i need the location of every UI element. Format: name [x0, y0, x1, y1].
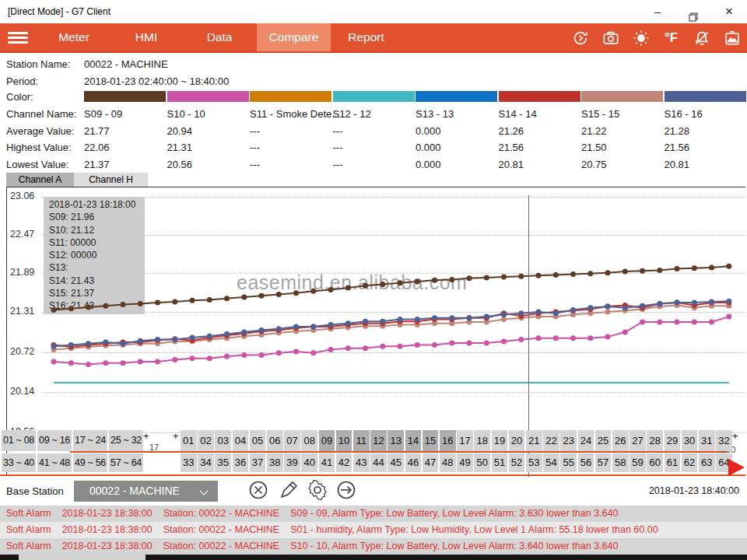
channel-button[interactable]: 04: [233, 430, 249, 451]
channel-group-button[interactable]: 41 ~ 48: [37, 453, 72, 472]
channel-button[interactable]: 53: [526, 453, 542, 472]
channel-button[interactable]: 47: [423, 453, 439, 472]
channel-button[interactable]: 19: [492, 430, 508, 451]
channel-button[interactable]: 22: [543, 430, 559, 451]
channel-button[interactable]: 23: [560, 430, 577, 451]
channel-button[interactable]: 05: [250, 430, 266, 451]
channel-button[interactable]: 52: [509, 453, 525, 472]
horizontal-scrollbar[interactable]: [0, 555, 747, 560]
channel-button[interactable]: 57: [595, 453, 612, 472]
nav-item-data[interactable]: Data: [192, 23, 247, 51]
channel-button[interactable]: 45: [388, 453, 404, 472]
nav-item-hmi[interactable]: HMI: [119, 23, 174, 51]
channel-group-button[interactable]: 57 ~ 64: [109, 453, 143, 472]
maximize-button[interactable]: [675, 0, 711, 23]
expand-plus-button[interactable]: +: [173, 430, 179, 442]
channel-button[interactable]: 17: [457, 430, 473, 451]
channel-button[interactable]: 46: [405, 453, 422, 472]
channel-button[interactable]: 29: [665, 430, 681, 451]
channel-button[interactable]: 01: [181, 430, 197, 451]
channel-button[interactable]: 43: [353, 453, 370, 472]
channel-button[interactable]: 44: [370, 453, 387, 472]
channel-button[interactable]: 35: [215, 453, 231, 472]
snapshot-icon[interactable]: [723, 29, 741, 47]
channel-button[interactable]: 07: [284, 430, 300, 451]
channel-group-button[interactable]: 09 ~ 16: [37, 430, 72, 451]
channel-button[interactable]: 42: [336, 453, 352, 472]
minimize-button[interactable]: –: [640, 0, 675, 23]
edit-pencil-icon[interactable]: [278, 479, 300, 501]
channel-button[interactable]: 25: [595, 430, 612, 451]
channel-button[interactable]: 03: [215, 430, 231, 451]
camera-icon[interactable]: [601, 29, 619, 47]
channel-button[interactable]: 59: [630, 453, 646, 472]
channel-button[interactable]: 16: [440, 430, 456, 451]
base-station-dropdown[interactable]: 00022 - MACHINE: [74, 481, 218, 502]
channel-button[interactable]: 38: [267, 453, 283, 472]
channel-button[interactable]: 60: [647, 453, 663, 472]
channel-button[interactable]: 62: [682, 453, 698, 472]
channel-button[interactable]: 56: [578, 453, 594, 472]
channel-button[interactable]: 10: [336, 430, 352, 451]
channel-button[interactable]: 31: [699, 430, 715, 451]
hamburger-menu-icon[interactable]: [8, 32, 28, 44]
channel-button[interactable]: 54: [543, 453, 559, 472]
channel-button[interactable]: 39: [284, 453, 300, 472]
channel-button[interactable]: 24: [578, 430, 594, 451]
channel-button[interactable]: 55: [560, 453, 577, 472]
channel-button[interactable]: 63: [699, 453, 715, 472]
channel-button[interactable]: 11: [353, 430, 370, 451]
channel-button[interactable]: 61: [665, 453, 681, 472]
channel-button[interactable]: 15: [423, 430, 439, 451]
channel-button[interactable]: 30: [682, 430, 698, 451]
channel-button[interactable]: 32: [716, 430, 732, 451]
expand-plus-button[interactable]: +: [143, 430, 149, 442]
close-button[interactable]: ×: [711, 0, 747, 23]
channel-button[interactable]: 26: [612, 430, 629, 451]
cancel-circle-icon[interactable]: [247, 479, 269, 501]
brightness-icon[interactable]: [632, 29, 650, 47]
channel-button[interactable]: 40: [301, 453, 317, 472]
channel-button[interactable]: 06: [267, 430, 283, 451]
channel-button[interactable]: 12: [370, 430, 387, 451]
channel-group-button[interactable]: 01 ~ 08: [2, 430, 36, 451]
settings-gear-icon[interactable]: [307, 479, 328, 501]
alarm-mute-icon[interactable]: [693, 29, 710, 47]
channel-button[interactable]: 36: [233, 453, 249, 472]
channel-button[interactable]: 13: [388, 430, 404, 451]
nav-item-compare[interactable]: Compare: [257, 23, 331, 51]
channel-button[interactable]: 28: [647, 430, 663, 451]
tab-channel-a[interactable]: Channel A: [6, 173, 74, 187]
channel-group-button[interactable]: 49 ~ 56: [73, 453, 107, 472]
channel-button[interactable]: 49: [457, 453, 473, 472]
channel-button[interactable]: 50: [474, 453, 490, 472]
tab-channel-h[interactable]: Channel H: [74, 173, 148, 187]
nav-item-report[interactable]: Report: [337, 23, 395, 51]
channel-button[interactable]: 48: [440, 453, 456, 472]
channel-group-button[interactable]: 33 ~ 40: [2, 453, 36, 472]
sync-icon[interactable]: [571, 29, 589, 47]
channel-button[interactable]: 37: [250, 453, 266, 472]
channel-button[interactable]: 14: [405, 430, 422, 451]
channel-group-button[interactable]: 17 ~ 24: [73, 430, 107, 451]
channel-button[interactable]: 58: [612, 453, 629, 472]
channel-button[interactable]: 02: [198, 430, 214, 451]
alarm-row[interactable]: Soft Alarm2018-01-23 18:38:00Station: 00…: [0, 506, 747, 522]
channel-button[interactable]: 08: [301, 430, 317, 451]
alarm-row[interactable]: Soft Alarm2018-01-23 18:38:00Station: 00…: [0, 522, 747, 538]
channel-button[interactable]: 34: [198, 453, 214, 472]
fahrenheit-icon[interactable]: °F: [662, 29, 680, 47]
channel-button[interactable]: 27: [630, 430, 646, 451]
scrollbar-thumb[interactable]: [19, 555, 146, 560]
channel-button[interactable]: 41: [319, 453, 335, 472]
next-page-arrow[interactable]: [728, 459, 745, 476]
channel-button[interactable]: 33: [181, 453, 197, 472]
channel-button[interactable]: 20: [509, 430, 525, 451]
channel-button[interactable]: 18: [474, 430, 490, 451]
channel-button[interactable]: 21: [526, 430, 542, 451]
alarm-row[interactable]: Soft Alarm2018-01-23 18:38:00Station: 00…: [0, 538, 747, 555]
go-circle-icon[interactable]: [335, 479, 357, 501]
channel-group-button[interactable]: 25 ~ 32: [109, 430, 143, 451]
channel-button[interactable]: 09: [319, 430, 335, 451]
channel-button[interactable]: 51: [492, 453, 508, 472]
